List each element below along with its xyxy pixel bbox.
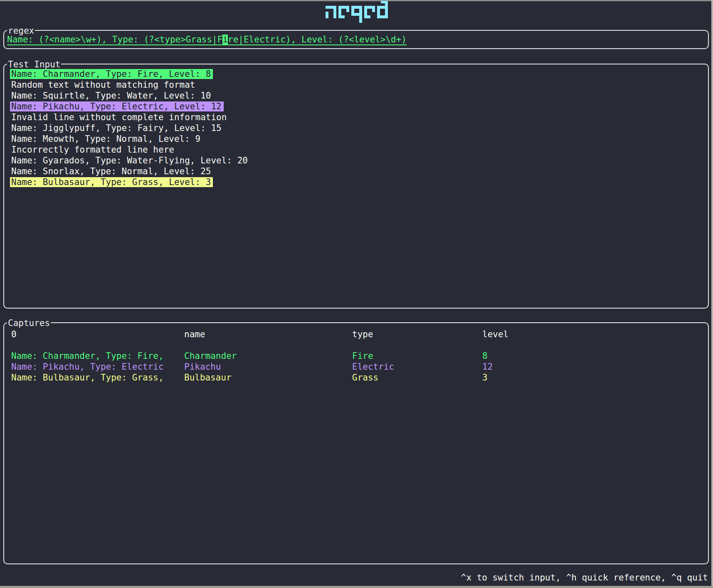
capture-cell-match: Name: Pikachu, Type: Electric — [7, 361, 180, 372]
test-input-line[interactable]: Name: Pikachu, Type: Electric, Level: 12 — [11, 101, 705, 112]
test-input-panel: Test Input Name: Charmander, Type: Fire,… — [3, 64, 709, 309]
captures-rows: Name: Charmander, Type: Fire,CharmanderF… — [7, 351, 705, 383]
captures-panel: Captures 0 name type level Name: Charman… — [3, 322, 709, 564]
capture-cell-name: Bulbasaur — [180, 372, 348, 383]
captures-header-level: level — [478, 329, 705, 340]
test-input-line[interactable]: Name: Bulbasaur, Type: Grass, Level: 3 — [11, 177, 705, 188]
capture-row: Name: Bulbasaur, Type: Grass,BulbasaurGr… — [7, 372, 705, 383]
regex-cursor: i — [222, 35, 228, 44]
test-input-line[interactable]: Name: Charmander, Type: Fire, Level: 8 — [11, 69, 705, 79]
capture-cell-name: Charmander — [180, 351, 348, 361]
regex-input[interactable]: Name: (?<name>\w+), Type: (?<type>Grass|… — [7, 34, 407, 45]
captures-table: 0 name type level Name: Charmander, Type… — [7, 329, 705, 383]
test-input-line[interactable]: Incorrectly formatted line here — [11, 144, 705, 155]
matched-line-highlight: Name: Pikachu, Type: Electric, Level: 12 — [10, 101, 224, 111]
matched-line-highlight: Name: Charmander, Type: Fire, Level: 8 — [10, 69, 213, 79]
captures-header-row: 0 name type level — [7, 329, 705, 340]
matched-line-highlight: Name: Bulbasaur, Type: Grass, Level: 3 — [10, 177, 213, 187]
terminal-bottom-edge — [0, 586, 713, 588]
status-bar: ^x to switch input, ^h quick reference, … — [461, 572, 708, 583]
app-logo — [0, 1, 713, 25]
capture-cell-level: 8 — [478, 351, 705, 361]
captures-header-name: name — [180, 329, 348, 340]
captures-spacer-row — [7, 340, 705, 351]
capture-cell-level: 12 — [478, 361, 705, 372]
test-input-line[interactable]: Name: Gyarados, Type: Water-Flying, Leve… — [11, 155, 705, 166]
capture-row: Name: Pikachu, Type: ElectricPikachuElec… — [7, 361, 705, 372]
test-input-line[interactable]: Random text without matching format — [11, 79, 705, 90]
captures-panel-title: Captures — [7, 318, 51, 329]
capture-cell-match: Name: Charmander, Type: Fire, — [7, 351, 180, 361]
regex-pattern-before-cursor: Name: (?<name>\w+), Type: (?<type>Grass|… — [7, 35, 222, 44]
capture-cell-name: Pikachu — [180, 361, 348, 372]
test-input-line[interactable]: Name: Snorlax, Type: Normal, Level: 25 — [11, 166, 705, 177]
regex-panel: regex Name: (?<name>\w+), Type: (?<type>… — [3, 30, 709, 49]
capture-row: Name: Charmander, Type: Fire,CharmanderF… — [7, 351, 705, 361]
capture-cell-type: Grass — [348, 372, 478, 383]
test-input-line[interactable]: Name: Meowth, Type: Normal, Level: 9 — [11, 133, 705, 144]
app-logo-glyphs — [326, 1, 388, 23]
captures-header-match: 0 — [7, 329, 180, 340]
capture-cell-level: 3 — [478, 372, 705, 383]
test-input-line[interactable]: Name: Jigglypuff, Type: Fairy, Level: 15 — [11, 123, 705, 133]
test-input-line[interactable]: Invalid line without complete informatio… — [11, 112, 705, 123]
regex-pattern-after-cursor: re|Electric), Level: (?<level>\d+) — [228, 35, 407, 44]
capture-cell-type: Electric — [348, 361, 478, 372]
capture-cell-type: Fire — [348, 351, 478, 361]
test-input-line[interactable]: Name: Squirtle, Type: Water, Level: 10 — [11, 90, 705, 101]
capture-cell-match: Name: Bulbasaur, Type: Grass, — [7, 372, 180, 383]
captures-header-type: type — [348, 329, 478, 340]
test-input-lines[interactable]: Name: Charmander, Type: Fire, Level: 8Ra… — [11, 69, 705, 188]
terminal-right-edge — [711, 0, 713, 588]
